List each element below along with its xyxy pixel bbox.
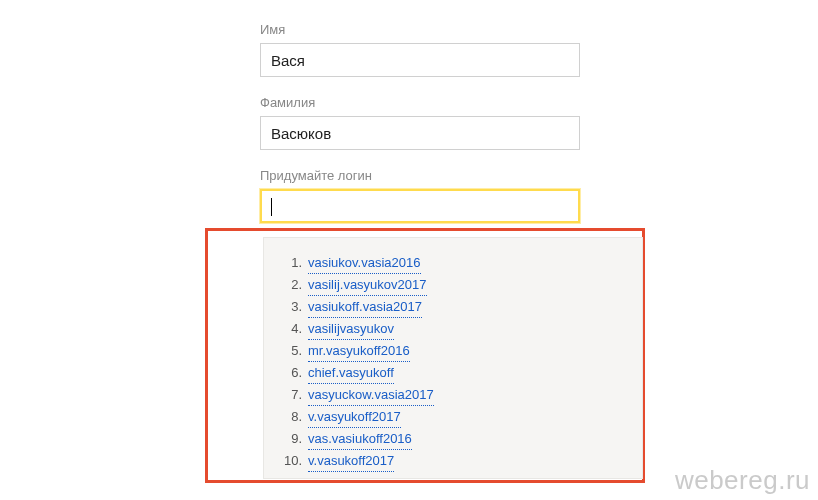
list-number: 8. xyxy=(264,406,308,427)
login-suggestions-list: 1.vasiukov.vasia2016 2.vasilij.vasyukov2… xyxy=(264,252,642,472)
list-item: 3.vasiukoff.vasia2017 xyxy=(264,296,642,318)
list-item: 4.vasilijvasyukov xyxy=(264,318,642,340)
list-item: 2.vasilij.vasyukov2017 xyxy=(264,274,642,296)
list-item: 10.v.vasukoff2017 xyxy=(264,450,642,472)
login-suggestion-link[interactable]: v.vasukoff2017 xyxy=(308,450,394,472)
login-suggestion-link[interactable]: vasilijvasyukov xyxy=(308,318,394,340)
list-number: 9. xyxy=(264,428,308,449)
list-item: 8.v.vasyukoff2017 xyxy=(264,406,642,428)
login-suggestion-link[interactable]: vasyuckow.vasia2017 xyxy=(308,384,434,406)
list-number: 6. xyxy=(264,362,308,383)
list-item: 9.vas.vasiukoff2016 xyxy=(264,428,642,450)
first-name-label: Имя xyxy=(260,22,818,37)
text-caret xyxy=(271,198,272,216)
login-suggestion-link[interactable]: chief.vasyukoff xyxy=(308,362,394,384)
login-suggestion-link[interactable]: vasiukov.vasia2016 xyxy=(308,252,421,274)
list-number: 1. xyxy=(264,252,308,273)
login-group: Придумайте логин xyxy=(260,168,818,223)
login-suggestions-panel: 1.vasiukov.vasia2016 2.vasilij.vasyukov2… xyxy=(263,237,643,479)
list-item: 6.chief.vasyukoff xyxy=(264,362,642,384)
list-number: 2. xyxy=(264,274,308,295)
list-number: 3. xyxy=(264,296,308,317)
list-item: 7.vasyuckow.vasia2017 xyxy=(264,384,642,406)
watermark-text: webereg.ru xyxy=(675,465,810,496)
list-number: 5. xyxy=(264,340,308,361)
last-name-input[interactable] xyxy=(260,116,580,150)
login-input[interactable] xyxy=(260,189,580,223)
login-suggestion-link[interactable]: vasilij.vasyukov2017 xyxy=(308,274,427,296)
list-item: 1.vasiukov.vasia2016 xyxy=(264,252,642,274)
last-name-group: Фамилия xyxy=(260,95,818,150)
list-number: 10. xyxy=(264,450,308,471)
list-number: 7. xyxy=(264,384,308,405)
login-suggestion-link[interactable]: vasiukoff.vasia2017 xyxy=(308,296,422,318)
registration-form: Имя Фамилия Придумайте логин xyxy=(0,0,818,223)
list-number: 4. xyxy=(264,318,308,339)
login-suggestion-link[interactable]: v.vasyukoff2017 xyxy=(308,406,401,428)
login-label: Придумайте логин xyxy=(260,168,818,183)
first-name-group: Имя xyxy=(260,22,818,77)
login-suggestion-link[interactable]: vas.vasiukoff2016 xyxy=(308,428,412,450)
first-name-input[interactable] xyxy=(260,43,580,77)
suggestions-highlight-box: 1.vasiukov.vasia2016 2.vasilij.vasyukov2… xyxy=(205,228,645,483)
list-item: 5.mr.vasyukoff2016 xyxy=(264,340,642,362)
login-suggestion-link[interactable]: mr.vasyukoff2016 xyxy=(308,340,410,362)
last-name-label: Фамилия xyxy=(260,95,818,110)
